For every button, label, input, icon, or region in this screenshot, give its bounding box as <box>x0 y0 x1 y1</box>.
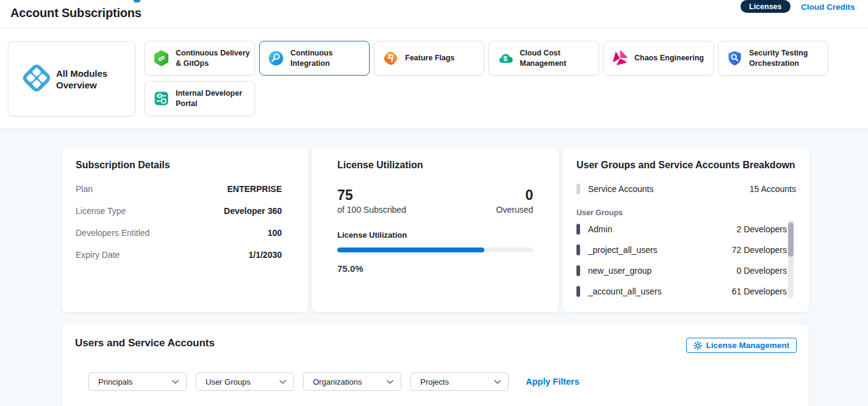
internal-developer-portal-icon <box>153 90 170 107</box>
subscription-row-license-type: License Type Developer 360 <box>76 200 282 222</box>
overused-caption: Overused <box>496 205 533 215</box>
users-and-service-accounts-card: Users and Service Accounts License Manag… <box>62 324 809 406</box>
module-card-security-testing[interactable]: Security Testing Orchestration <box>718 41 828 76</box>
module-label: Internal Developer Portal <box>176 88 253 109</box>
svg-text:$: $ <box>503 54 508 63</box>
chevron-down-icon <box>279 380 286 384</box>
all-modules-overview-card[interactable]: All Modules Overview <box>8 41 135 116</box>
chaos-engineering-icon <box>612 50 628 66</box>
licenses-tab[interactable]: Licenses <box>741 0 791 13</box>
subscribed-count: 75 <box>337 187 406 203</box>
group-bar-icon <box>576 244 580 255</box>
gear-icon <box>694 341 702 350</box>
dropdown-label: Principals <box>98 377 132 386</box>
user-group-row: _project_all_users 72 Developers <box>576 240 787 260</box>
dropdown-label: User Groups <box>206 377 251 386</box>
license-management-button[interactable]: License Management <box>686 338 797 353</box>
module-card-cloud-cost[interactable]: $ Cloud Cost Management <box>489 41 599 76</box>
utilization-bar-label: License Utilization <box>337 230 533 240</box>
row-value: 1/1/2030 <box>249 250 282 260</box>
feature-flags-icon <box>382 50 399 66</box>
account-subscriptions-page: Account Subscriptions Licenses Cloud Cre… <box>0 0 868 406</box>
overused-count: 0 <box>496 187 533 203</box>
apply-filters-link[interactable]: Apply Filters <box>526 377 579 386</box>
module-label: Continuous Delivery & GitOps <box>176 48 253 68</box>
service-accounts-row: Service Accounts 15 Accounts <box>576 178 809 200</box>
page-title: Account Subscriptions <box>10 6 142 20</box>
row-label: Expiry Date <box>76 250 120 260</box>
subscribed-stat: 75 of 100 Subscribed <box>337 187 406 215</box>
subscription-row-plan: Plan ENTERPRISE <box>76 178 282 200</box>
group-value: 2 Developers <box>737 224 787 234</box>
service-accounts-label: Service Accounts <box>588 184 653 194</box>
content-area: Subscription Details Plan ENTERPRISE Lic… <box>0 129 868 406</box>
license-utilization-card: License Utilization 75 of 100 Subscribed… <box>312 147 559 312</box>
dropdown-label: Projects <box>420 377 449 386</box>
row-value: 100 <box>268 228 282 238</box>
utilization-progress-track <box>337 248 533 252</box>
group-label: new_user_group <box>588 266 651 276</box>
subscribed-caption: of 100 Subscribed <box>337 205 406 215</box>
group-bar-icon <box>576 224 580 235</box>
user-group-row: new_user_group 0 Developers <box>576 260 787 281</box>
subscription-details-title: Subscription Details <box>76 160 296 171</box>
security-testing-icon <box>726 50 743 66</box>
group-value: 61 Developers <box>732 287 787 296</box>
dropdown-label: Organizations <box>313 377 362 386</box>
group-value: 0 Developers <box>737 266 787 276</box>
module-card-continuous-integration[interactable]: Continuous Integration <box>259 41 370 76</box>
group-label: _account_all_users <box>588 287 662 296</box>
row-label: Plan <box>76 184 93 194</box>
module-selector-bar: All Modules Overview ∞ Continuous Delive… <box>0 28 868 129</box>
module-label: Cloud Cost Management <box>520 48 597 68</box>
all-modules-icon <box>21 63 52 96</box>
user-groups-heading: User Groups <box>576 208 809 217</box>
module-card-feature-flags[interactable]: Feature Flags <box>374 41 484 76</box>
group-label: _project_all_users <box>588 245 658 255</box>
cloud-cost-icon: $ <box>497 50 514 66</box>
group-bar-icon <box>576 286 580 297</box>
cut-off-blue-icon <box>134 0 140 2</box>
row-label: Developers Entitled <box>76 228 149 238</box>
row-label: License Type <box>76 206 126 216</box>
utilization-progress-fill <box>337 248 484 252</box>
module-label: Feature Flags <box>405 53 482 63</box>
user-groups-dropdown[interactable]: User Groups <box>196 372 294 391</box>
chevron-down-icon <box>172 380 179 384</box>
cloud-credits-tab[interactable]: Cloud Credits <box>801 2 855 12</box>
module-card-continuous-delivery[interactable]: ∞ Continuous Delivery & GitOps <box>145 41 255 76</box>
continuous-integration-icon <box>268 50 284 66</box>
continuous-delivery-icon: ∞ <box>153 50 170 66</box>
projects-dropdown[interactable]: Projects <box>411 372 509 391</box>
module-card-chaos-engineering[interactable]: Chaos Engineering <box>603 41 714 76</box>
breakdown-card: User Groups and Service Accounts Breakdo… <box>562 147 809 312</box>
module-card-internal-developer-portal[interactable]: Internal Developer Portal <box>145 81 255 116</box>
groups-scrollbar-thumb[interactable] <box>788 223 794 257</box>
organizations-dropdown[interactable]: Organizations <box>303 372 401 391</box>
principals-dropdown[interactable]: Principals <box>88 372 187 391</box>
chevron-down-icon <box>387 380 393 384</box>
group-label: Admin <box>588 224 612 234</box>
module-label: Security Testing Orchestration <box>749 48 826 68</box>
row-value: ENTERPRISE <box>228 184 282 194</box>
chevron-down-icon <box>494 380 501 384</box>
service-accounts-value: 15 Accounts <box>750 184 796 194</box>
user-groups-list: Admin 2 Developers _project_all_users 72… <box>576 219 809 302</box>
top-header: Account Subscriptions Licenses Cloud Cre… <box>0 0 868 28</box>
subscription-details-card: Subscription Details Plan ENTERPRISE Lic… <box>62 147 308 312</box>
breakdown-title: User Groups and Service Accounts Breakdo… <box>576 160 809 171</box>
row-value: Developer 360 <box>224 206 282 216</box>
module-label: Continuous Integration <box>290 48 367 68</box>
all-modules-overview-label: All Modules Overview <box>56 68 114 91</box>
user-group-row: Admin 2 Developers <box>576 219 787 240</box>
module-label: Chaos Engineering <box>634 53 711 63</box>
groups-scrollbar[interactable] <box>788 220 794 298</box>
filters-row: Principals User Groups Organizations Pro… <box>88 372 579 391</box>
utilization-percent: 75.0% <box>337 263 533 274</box>
group-bar-icon <box>576 265 580 276</box>
license-utilization-title: License Utilization <box>337 160 533 171</box>
overused-stat: 0 Overused <box>496 187 533 215</box>
subscription-row-expiry-date: Expiry Date 1/1/2030 <box>76 244 282 266</box>
user-group-row: _account_all_users 61 Developers <box>576 281 787 302</box>
service-accounts-bar-icon <box>576 183 580 194</box>
